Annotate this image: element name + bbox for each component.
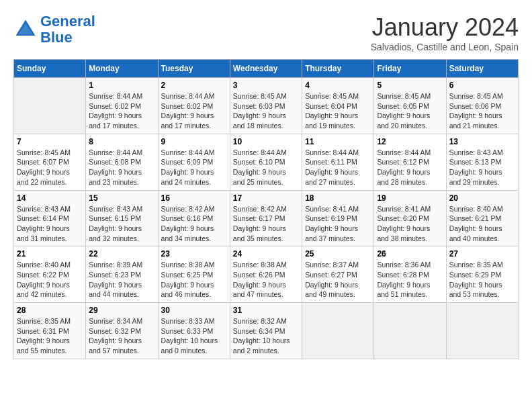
weekday-header: Thursday bbox=[302, 60, 374, 78]
calendar-cell bbox=[302, 303, 374, 359]
day-number: 14 bbox=[17, 193, 83, 203]
calendar-week-row: 28Sunrise: 8:35 AMSunset: 6:31 PMDayligh… bbox=[14, 303, 519, 359]
day-number: 18 bbox=[305, 193, 371, 203]
calendar-cell: 17Sunrise: 8:42 AMSunset: 6:17 PMDayligh… bbox=[230, 190, 302, 246]
calendar-cell: 3Sunrise: 8:45 AMSunset: 6:03 PMDaylight… bbox=[230, 78, 302, 134]
day-detail: Sunrise: 8:45 AMSunset: 6:07 PMDaylight:… bbox=[17, 148, 83, 187]
day-detail: Sunrise: 8:45 AMSunset: 6:04 PMDaylight:… bbox=[305, 91, 371, 131]
calendar-cell: 15Sunrise: 8:43 AMSunset: 6:15 PMDayligh… bbox=[86, 190, 158, 246]
day-detail: Sunrise: 8:44 AMSunset: 6:12 PMDaylight:… bbox=[377, 148, 443, 187]
calendar-cell: 18Sunrise: 8:41 AMSunset: 6:19 PMDayligh… bbox=[302, 190, 374, 246]
calendar-cell: 19Sunrise: 8:41 AMSunset: 6:20 PMDayligh… bbox=[374, 190, 446, 246]
day-detail: Sunrise: 8:38 AMSunset: 6:25 PMDaylight:… bbox=[161, 260, 227, 300]
day-number: 29 bbox=[89, 306, 154, 315]
calendar-cell: 4Sunrise: 8:45 AMSunset: 6:04 PMDaylight… bbox=[302, 78, 374, 134]
weekday-header: Saturday bbox=[446, 60, 518, 78]
day-number: 6 bbox=[449, 81, 515, 90]
weekday-header: Tuesday bbox=[158, 60, 230, 78]
day-detail: Sunrise: 8:45 AMSunset: 6:05 PMDaylight:… bbox=[377, 91, 443, 131]
calendar-cell bbox=[446, 303, 518, 359]
calendar-week-row: 7Sunrise: 8:45 AMSunset: 6:07 PMDaylight… bbox=[14, 134, 519, 190]
logo-line1: General bbox=[40, 13, 95, 30]
day-detail: Sunrise: 8:45 AMSunset: 6:03 PMDaylight:… bbox=[233, 91, 299, 131]
weekday-header-row: SundayMondayTuesdayWednesdayThursdayFrid… bbox=[14, 60, 519, 78]
calendar-cell: 2Sunrise: 8:44 AMSunset: 6:02 PMDaylight… bbox=[158, 78, 230, 134]
title-block: January 2024 Salvadios, Castille and Leo… bbox=[371, 13, 519, 52]
day-number: 8 bbox=[89, 137, 154, 146]
day-detail: Sunrise: 8:44 AMSunset: 6:09 PMDaylight:… bbox=[161, 148, 227, 187]
day-number: 31 bbox=[233, 306, 299, 315]
day-number: 2 bbox=[161, 81, 227, 90]
day-number: 16 bbox=[161, 193, 227, 203]
day-detail: Sunrise: 8:44 AMSunset: 6:02 PMDaylight:… bbox=[89, 91, 154, 131]
calendar-cell: 29Sunrise: 8:34 AMSunset: 6:32 PMDayligh… bbox=[86, 303, 158, 359]
day-detail: Sunrise: 8:41 AMSunset: 6:19 PMDaylight:… bbox=[305, 204, 371, 244]
calendar-cell bbox=[14, 78, 86, 134]
calendar-cell: 9Sunrise: 8:44 AMSunset: 6:09 PMDaylight… bbox=[158, 134, 230, 190]
month-title: January 2024 bbox=[371, 13, 519, 42]
calendar-cell: 30Sunrise: 8:33 AMSunset: 6:33 PMDayligh… bbox=[158, 303, 230, 359]
day-number: 25 bbox=[305, 249, 371, 259]
calendar-cell: 26Sunrise: 8:36 AMSunset: 6:28 PMDayligh… bbox=[374, 246, 446, 303]
day-detail: Sunrise: 8:43 AMSunset: 6:13 PMDaylight:… bbox=[449, 148, 515, 187]
calendar-cell: 8Sunrise: 8:44 AMSunset: 6:08 PMDaylight… bbox=[86, 134, 158, 190]
location-subtitle: Salvadios, Castille and Leon, Spain bbox=[371, 42, 519, 52]
calendar-cell: 6Sunrise: 8:45 AMSunset: 6:06 PMDaylight… bbox=[446, 78, 518, 134]
day-detail: Sunrise: 8:35 AMSunset: 6:29 PMDaylight:… bbox=[449, 260, 515, 300]
calendar-cell: 28Sunrise: 8:35 AMSunset: 6:31 PMDayligh… bbox=[14, 303, 86, 359]
calendar-cell: 1Sunrise: 8:44 AMSunset: 6:02 PMDaylight… bbox=[86, 78, 158, 134]
calendar-week-row: 1Sunrise: 8:44 AMSunset: 6:02 PMDaylight… bbox=[14, 78, 519, 134]
day-detail: Sunrise: 8:42 AMSunset: 6:16 PMDaylight:… bbox=[161, 204, 227, 244]
day-number: 23 bbox=[161, 249, 227, 259]
day-detail: Sunrise: 8:44 AMSunset: 6:11 PMDaylight:… bbox=[305, 148, 371, 187]
day-number: 28 bbox=[17, 306, 83, 315]
day-detail: Sunrise: 8:43 AMSunset: 6:15 PMDaylight:… bbox=[89, 204, 154, 244]
day-number: 30 bbox=[161, 306, 227, 315]
day-detail: Sunrise: 8:39 AMSunset: 6:23 PMDaylight:… bbox=[89, 260, 154, 300]
day-detail: Sunrise: 8:42 AMSunset: 6:17 PMDaylight:… bbox=[233, 204, 299, 244]
logo-icon bbox=[13, 17, 38, 42]
calendar-cell: 5Sunrise: 8:45 AMSunset: 6:05 PMDaylight… bbox=[374, 78, 446, 134]
calendar-cell: 21Sunrise: 8:40 AMSunset: 6:22 PMDayligh… bbox=[14, 246, 86, 303]
day-number: 24 bbox=[233, 249, 299, 259]
day-number: 3 bbox=[233, 81, 299, 90]
day-detail: Sunrise: 8:33 AMSunset: 6:33 PMDaylight:… bbox=[161, 316, 227, 356]
day-number: 12 bbox=[377, 137, 443, 146]
day-number: 17 bbox=[233, 193, 299, 203]
day-number: 13 bbox=[449, 137, 515, 146]
calendar-cell: 14Sunrise: 8:43 AMSunset: 6:14 PMDayligh… bbox=[14, 190, 86, 246]
day-number: 11 bbox=[305, 137, 371, 146]
calendar-cell: 10Sunrise: 8:44 AMSunset: 6:10 PMDayligh… bbox=[230, 134, 302, 190]
day-number: 1 bbox=[89, 81, 154, 90]
weekday-header: Monday bbox=[86, 60, 158, 78]
day-detail: Sunrise: 8:36 AMSunset: 6:28 PMDaylight:… bbox=[377, 260, 443, 300]
calendar-cell: 7Sunrise: 8:45 AMSunset: 6:07 PMDaylight… bbox=[14, 134, 86, 190]
day-detail: Sunrise: 8:32 AMSunset: 6:34 PMDaylight:… bbox=[233, 316, 299, 356]
calendar-cell: 25Sunrise: 8:37 AMSunset: 6:27 PMDayligh… bbox=[302, 246, 374, 303]
calendar-cell: 11Sunrise: 8:44 AMSunset: 6:11 PMDayligh… bbox=[302, 134, 374, 190]
day-number: 9 bbox=[161, 137, 227, 146]
day-detail: Sunrise: 8:40 AMSunset: 6:22 PMDaylight:… bbox=[17, 260, 83, 300]
day-detail: Sunrise: 8:34 AMSunset: 6:32 PMDaylight:… bbox=[89, 316, 154, 356]
day-number: 4 bbox=[305, 81, 371, 90]
day-number: 26 bbox=[377, 249, 443, 259]
calendar-cell: 23Sunrise: 8:38 AMSunset: 6:25 PMDayligh… bbox=[158, 246, 230, 303]
page-header: General Blue January 2024 Salvadios, Cas… bbox=[13, 13, 519, 52]
calendar-cell bbox=[374, 303, 446, 359]
day-number: 19 bbox=[377, 193, 443, 203]
calendar-cell: 22Sunrise: 8:39 AMSunset: 6:23 PMDayligh… bbox=[86, 246, 158, 303]
weekday-header: Wednesday bbox=[230, 60, 302, 78]
logo-line2: Blue bbox=[40, 29, 73, 46]
day-detail: Sunrise: 8:38 AMSunset: 6:26 PMDaylight:… bbox=[233, 260, 299, 300]
weekday-header: Friday bbox=[374, 60, 446, 78]
day-number: 27 bbox=[449, 249, 515, 259]
day-number: 20 bbox=[449, 193, 515, 203]
day-detail: Sunrise: 8:44 AMSunset: 6:08 PMDaylight:… bbox=[89, 148, 154, 187]
day-detail: Sunrise: 8:44 AMSunset: 6:10 PMDaylight:… bbox=[233, 148, 299, 187]
calendar-table: SundayMondayTuesdayWednesdayThursdayFrid… bbox=[13, 59, 519, 359]
calendar-week-row: 21Sunrise: 8:40 AMSunset: 6:22 PMDayligh… bbox=[14, 246, 519, 303]
calendar-cell: 13Sunrise: 8:43 AMSunset: 6:13 PMDayligh… bbox=[446, 134, 518, 190]
day-detail: Sunrise: 8:35 AMSunset: 6:31 PMDaylight:… bbox=[17, 316, 83, 356]
calendar-cell: 20Sunrise: 8:40 AMSunset: 6:21 PMDayligh… bbox=[446, 190, 518, 246]
day-number: 22 bbox=[89, 249, 154, 259]
